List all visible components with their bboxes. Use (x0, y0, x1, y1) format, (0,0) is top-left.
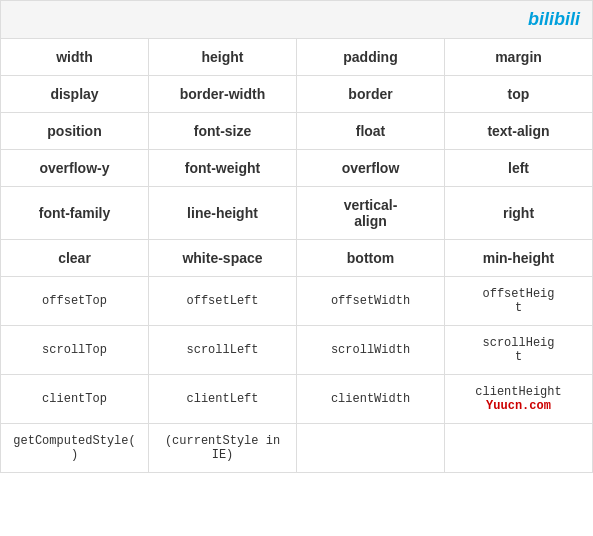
table-cell: scrollLeft (149, 326, 297, 375)
table-row: positionfont-sizefloattext-align (1, 113, 593, 150)
table-cell: border-width (149, 76, 297, 113)
table-cell: scrollWidth (297, 326, 445, 375)
table-cell: text-align (445, 113, 593, 150)
table-cell: vertical-align (297, 187, 445, 240)
table-cell: scrollHeigt (445, 326, 593, 375)
table-cell (297, 424, 445, 473)
table-row: overflow-yfont-weightoverflowleft (1, 150, 593, 187)
table-cell: clientTop (1, 375, 149, 424)
table-cell: getComputedStyle() (1, 424, 149, 473)
table-cell: offsetHeigt (445, 277, 593, 326)
table-cell: left (445, 150, 593, 187)
table-cell: line-height (149, 187, 297, 240)
table-cell: min-height (445, 240, 593, 277)
table-row: font-familyline-heightvertical-alignrigh… (1, 187, 593, 240)
table-cell: bottom (297, 240, 445, 277)
table-cell: offsetTop (1, 277, 149, 326)
table-cell: float (297, 113, 445, 150)
table-cell: clientLeft (149, 375, 297, 424)
table-cell: white-space (149, 240, 297, 277)
css-properties-table: widthheightpaddingmargindisplayborder-wi… (0, 38, 593, 473)
table-cell: clientWidth (297, 375, 445, 424)
table-row: clientTopclientLeftclientWidthclientHeig… (1, 375, 593, 424)
table-cell: position (1, 113, 149, 150)
table-cell: offsetLeft (149, 277, 297, 326)
table-cell: display (1, 76, 149, 113)
table-row: scrollTopscrollLeftscrollWidthscrollHeig… (1, 326, 593, 375)
table-cell: height (149, 39, 297, 76)
table-cell: right (445, 187, 593, 240)
table-cell: offsetWidth (297, 277, 445, 326)
table-cell: clientHeightYuucn.com (445, 375, 593, 424)
table-row: displayborder-widthbordertop (1, 76, 593, 113)
table-cell: width (1, 39, 149, 76)
table-row: offsetTopoffsetLeftoffsetWidthoffsetHeig… (1, 277, 593, 326)
table-cell: overflow (297, 150, 445, 187)
table-cell: scrollTop (1, 326, 149, 375)
table-header: bilibili (0, 0, 593, 38)
table-row: getComputedStyle()(currentStyle in IE) (1, 424, 593, 473)
table-cell: (currentStyle in IE) (149, 424, 297, 473)
table-cell: border (297, 76, 445, 113)
table-cell: clear (1, 240, 149, 277)
yuucn-watermark: Yuucn.com (486, 399, 551, 413)
table-row: clearwhite-spacebottommin-height (1, 240, 593, 277)
table-cell: font-weight (149, 150, 297, 187)
table-cell: font-size (149, 113, 297, 150)
table-cell (445, 424, 593, 473)
table-cell: font-family (1, 187, 149, 240)
table-cell: padding (297, 39, 445, 76)
table-cell: margin (445, 39, 593, 76)
table-cell: overflow-y (1, 150, 149, 187)
table-row: widthheightpaddingmargin (1, 39, 593, 76)
bili-logo: bilibili (528, 9, 580, 30)
table-cell: top (445, 76, 593, 113)
